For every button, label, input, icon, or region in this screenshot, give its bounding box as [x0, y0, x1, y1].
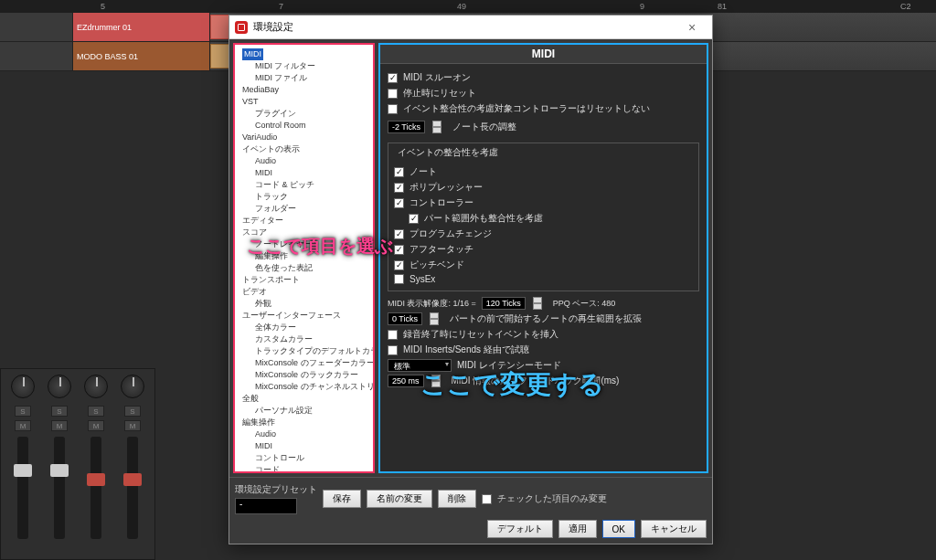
mute-button[interactable]: M	[51, 420, 68, 431]
tree-item[interactable]: プラグイン	[255, 108, 371, 120]
fader[interactable]	[17, 437, 28, 539]
apply-button[interactable]: 適用	[558, 520, 597, 538]
tree-item[interactable]: カスタムカラー	[255, 333, 371, 345]
track-label[interactable]: EZdrummer 01	[73, 13, 210, 41]
titlebar: 環境設定 ×	[229, 16, 712, 39]
tree-item[interactable]: ビデオ	[242, 286, 371, 298]
display-res-spinbox[interactable]: 120 Ticks	[482, 297, 526, 310]
only-checked-checkbox[interactable]	[482, 494, 492, 504]
fader[interactable]	[54, 437, 65, 539]
spin-up-icon[interactable]: ▲	[533, 297, 542, 303]
label: MIDI スルーオン	[403, 71, 471, 84]
close-icon[interactable]: ×	[677, 20, 707, 35]
tree-item[interactable]: MIDI ファイル	[255, 72, 371, 84]
tree-item[interactable]: ノートレイヤー	[255, 238, 371, 250]
tree-item[interactable]: Audio	[255, 428, 371, 440]
tree-item[interactable]: Control Room	[255, 120, 371, 132]
fader[interactable]	[127, 437, 138, 539]
spin-up-icon[interactable]: ▲	[430, 312, 439, 319]
save-button[interactable]: 保存	[323, 490, 361, 508]
solo-button[interactable]: S	[51, 406, 68, 417]
spin-down-icon[interactable]: ▼	[533, 303, 542, 310]
pan-knob[interactable]	[48, 375, 71, 398]
preset-select[interactable]: -	[235, 498, 297, 514]
cancel-button[interactable]: キャンセル	[641, 520, 707, 538]
checkbox[interactable]	[394, 167, 404, 177]
tree-item[interactable]: 編集操作	[255, 250, 371, 262]
solo-button[interactable]: S	[88, 406, 104, 417]
tree-item[interactable]: VST	[242, 96, 371, 108]
tree-item[interactable]: MediaBay	[242, 84, 371, 96]
checkbox[interactable]	[388, 104, 398, 114]
spin-down-icon[interactable]: ▼	[432, 127, 441, 133]
ok-button[interactable]: OK	[602, 520, 635, 538]
tree-item[interactable]: エディター	[242, 215, 371, 227]
tree-item[interactable]: VariAudio	[242, 132, 371, 143]
ruler-marker: 7	[279, 2, 283, 11]
spin-up-icon[interactable]: ▲	[431, 375, 441, 381]
delete-button[interactable]: 削除	[438, 490, 476, 508]
rename-button[interactable]: 名前の変更	[367, 490, 432, 508]
tree-item[interactable]: 外観	[255, 298, 371, 310]
checkbox[interactable]	[394, 229, 404, 239]
checkbox[interactable]	[394, 274, 404, 284]
max-feedback-spinbox[interactable]: 250 ms	[388, 375, 424, 387]
note-length-spinbox[interactable]: -2 Ticks	[388, 121, 425, 133]
extend-playback-spinbox[interactable]: 0 Ticks	[388, 312, 422, 325]
tree-item[interactable]: フォルダー	[255, 203, 371, 215]
mute-button[interactable]: M	[88, 420, 104, 431]
checkbox[interactable]	[388, 345, 398, 355]
category-tree[interactable]: MIDIMIDI フィルターMIDI ファイルMediaBayVSTプラグインC…	[233, 43, 375, 473]
checkbox[interactable]	[394, 260, 404, 270]
tree-item[interactable]: 全般	[242, 393, 371, 405]
checkbox[interactable]	[388, 330, 398, 340]
default-button[interactable]: デフォルト	[487, 520, 553, 538]
tree-item[interactable]: Audio	[255, 155, 371, 167]
tree-item[interactable]: MIDI	[242, 48, 263, 60]
mute-button[interactable]: M	[124, 420, 141, 431]
tree-item[interactable]: MIDI フィルター	[255, 60, 371, 72]
mute-button[interactable]: M	[15, 420, 31, 431]
tree-item[interactable]: MIDI	[255, 440, 371, 452]
solo-button[interactable]: S	[15, 406, 31, 417]
track-label[interactable]: MODO BASS 01	[73, 42, 210, 70]
pan-knob[interactable]	[84, 375, 108, 398]
fader[interactable]	[90, 437, 101, 539]
tree-item[interactable]: イベントの表示	[242, 143, 371, 155]
tree-item[interactable]: MixConsole のチャンネルストリップカラー	[255, 381, 371, 393]
checkbox[interactable]	[394, 198, 404, 208]
tree-item[interactable]: パーソナル設定	[255, 405, 371, 417]
checkbox[interactable]	[388, 89, 398, 99]
solo-button[interactable]: S	[124, 406, 141, 417]
tree-item[interactable]: MixConsole のラックカラー	[255, 369, 371, 381]
checkbox[interactable]	[394, 245, 404, 255]
checkbox[interactable]	[394, 183, 404, 193]
tree-item[interactable]: トランスポート	[242, 274, 371, 286]
tree-item[interactable]: トラック	[255, 191, 371, 203]
tree-item[interactable]: コード	[255, 464, 371, 473]
tree-item[interactable]: コントロール	[255, 452, 371, 464]
latency-mode-select[interactable]: 標準	[388, 359, 452, 372]
tree-item[interactable]: ユーザーインターフェース	[242, 310, 371, 322]
pan-knob[interactable]	[11, 375, 35, 398]
tree-item[interactable]: コード & ピッチ	[255, 179, 371, 191]
panel-title: MIDI	[380, 45, 707, 64]
spin-down-icon[interactable]: ▼	[431, 381, 441, 387]
ruler-marker: C2	[900, 2, 911, 11]
checkbox[interactable]	[388, 73, 398, 83]
checkbox[interactable]	[409, 214, 419, 224]
tree-item[interactable]: 編集操作	[242, 417, 371, 428]
tree-item[interactable]: スコア	[242, 227, 371, 238]
ruler-marker: 5	[101, 2, 105, 11]
pan-knob[interactable]	[121, 375, 144, 398]
spin-down-icon[interactable]: ▼	[430, 319, 439, 325]
track-header[interactable]	[0, 42, 73, 70]
track-header[interactable]	[0, 13, 73, 41]
timeline-ruler[interactable]: 5 7 49 9 81 C2	[0, 0, 936, 13]
tree-item[interactable]: MixConsole のフェーダーカラー	[255, 357, 371, 369]
spin-up-icon[interactable]: ▲	[432, 121, 441, 127]
tree-item[interactable]: 色を使った表記	[255, 262, 371, 274]
tree-item[interactable]: トラックタイプのデフォルトカラー	[255, 345, 371, 357]
tree-item[interactable]: MIDI	[255, 167, 371, 179]
tree-item[interactable]: 全体カラー	[255, 322, 371, 333]
